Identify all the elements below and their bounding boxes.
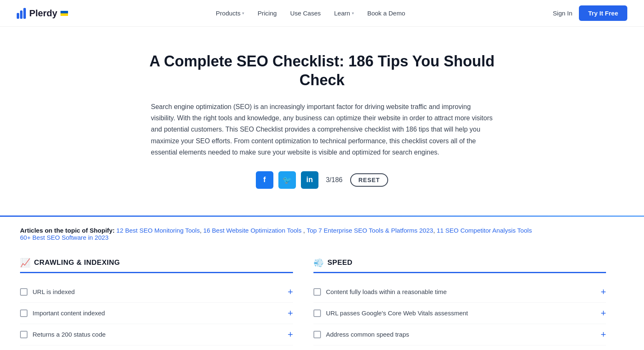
page-title: A Complete SEO Checklist: 186 Tips You S… (143, 52, 502, 89)
expand-button[interactable]: + (601, 308, 606, 319)
speed-title: 💨 SPEED (313, 258, 606, 273)
nav-menu: Products ▾ Pricing Use Cases Learn ▾ Boo… (216, 10, 405, 17)
facebook-share-button[interactable]: f (256, 171, 273, 189)
list-item: Address common speed traps + (313, 324, 606, 345)
article-link-5[interactable]: 60+ Best SEO Software in 2023 (20, 234, 109, 241)
crawling-icon: 📈 (20, 258, 31, 268)
article-link-2[interactable]: 16 Best Website Optimization Tools (203, 227, 301, 234)
twitter-share-button[interactable]: 🐦 (278, 171, 296, 189)
item-label: Important content indexed (33, 309, 105, 317)
list-item: Returns a 200 status code + (20, 324, 293, 345)
list-item: Content fully loads within a reasonable … (313, 282, 606, 303)
nav-learn[interactable]: Learn ▾ (334, 10, 354, 17)
crawling-section: 📈 CRAWLING & INDEXING URL is indexed + I… (20, 258, 313, 350)
list-item: URL is indexed + (20, 282, 293, 303)
article-link-3[interactable]: Top 7 Enterprise SEO Tools & Platforms 2… (307, 227, 433, 234)
checklist-checkbox[interactable] (20, 309, 28, 317)
logo[interactable]: Plerdy (17, 8, 68, 19)
nav-pricing[interactable]: Pricing (258, 10, 277, 17)
crawling-title: 📈 CRAWLING & INDEXING (20, 258, 293, 273)
article-link-1[interactable]: 12 Best SEO Monitoring Tools (116, 227, 200, 234)
social-share-row: f 🐦 in 3/186 RESET (143, 171, 502, 189)
checklist-checkbox[interactable] (313, 288, 321, 296)
list-item: General website speed check + (313, 345, 606, 350)
checklist-checkbox[interactable] (20, 331, 28, 338)
item-label: Returns a 200 status code (33, 331, 106, 338)
nav-auth: Sign In Try It Free (553, 5, 627, 21)
expand-button[interactable]: + (601, 329, 606, 340)
item-label: Content fully loads within a reasonable … (326, 288, 447, 295)
chevron-down-icon: ▾ (242, 11, 244, 15)
facebook-icon: f (263, 175, 266, 184)
navbar: Plerdy Products ▾ Pricing Use Cases Lear… (0, 0, 644, 27)
item-label: URL passes Google's Core Web Vitals asse… (326, 309, 468, 317)
try-free-button[interactable]: Try It Free (579, 5, 627, 21)
nav-use-cases[interactable]: Use Cases (290, 10, 321, 17)
twitter-icon: 🐦 (283, 175, 292, 185)
list-item: Indexable by robots meta tag and X-robot… (20, 345, 293, 350)
list-item: URL passes Google's Core Web Vitals asse… (313, 303, 606, 324)
reset-button[interactable]: RESET (350, 173, 389, 187)
nav-book-demo[interactable]: Book a Demo (367, 10, 405, 17)
linkedin-icon: in (306, 175, 313, 184)
logo-icon (17, 8, 26, 19)
checklist-checkbox[interactable] (313, 331, 321, 338)
ukraine-flag-icon (61, 11, 68, 16)
checklist-checkbox[interactable] (20, 288, 28, 296)
expand-button[interactable]: + (601, 287, 606, 297)
speed-section: 💨 SPEED Content fully loads within a rea… (313, 258, 606, 350)
logo-text: Plerdy (29, 8, 57, 19)
checklist-counter: 3/186 (326, 176, 343, 184)
expand-button[interactable]: + (288, 287, 293, 297)
articles-section: Articles on the topic of Shopify: 12 Bes… (0, 217, 626, 248)
hero-description: Search engine optimization (SEO) is an i… (151, 101, 493, 158)
expand-button[interactable]: + (288, 329, 293, 340)
articles-label: Articles on the topic of Shopify: (20, 227, 115, 234)
checklist-checkbox[interactable] (313, 309, 321, 317)
sign-in-link[interactable]: Sign In (553, 10, 573, 17)
expand-button[interactable]: + (288, 308, 293, 319)
list-item: Important content indexed + (20, 303, 293, 324)
speed-icon: 💨 (313, 258, 324, 268)
linkedin-share-button[interactable]: in (301, 171, 318, 189)
checklist-grid: 📈 CRAWLING & INDEXING URL is indexed + I… (0, 248, 626, 350)
article-link-4[interactable]: 11 SEO Competitor Analysis Tools (437, 227, 532, 234)
hero-section: A Complete SEO Checklist: 186 Tips You S… (134, 27, 510, 209)
nav-products[interactable]: Products ▾ (216, 10, 244, 17)
item-label: Address common speed traps (326, 331, 409, 338)
item-label: URL is indexed (33, 288, 75, 295)
chevron-down-icon: ▾ (352, 11, 354, 15)
